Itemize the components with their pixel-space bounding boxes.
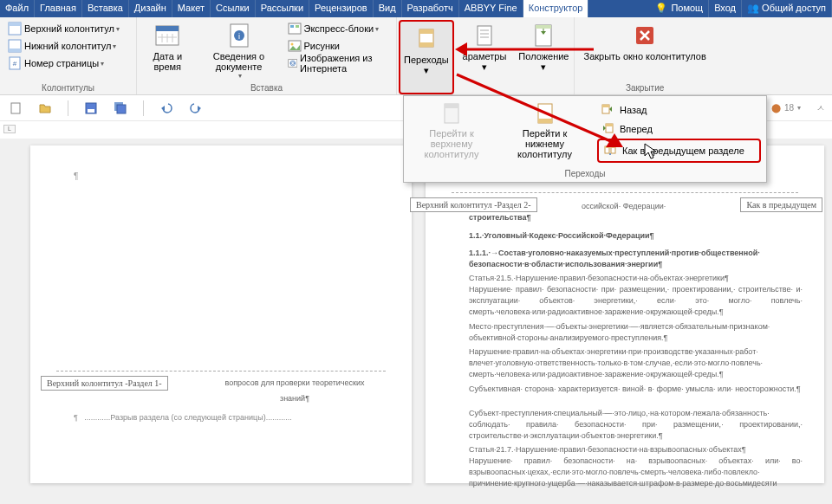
close-hf-label: Закрыть окно колонтитулов [583,51,705,61]
hf-boundary-1 [56,371,386,372]
page2-p1: 1.1.1.·→Состав·уголовно·наказуемых·прест… [469,248,803,270]
svg-rect-7 [156,26,179,31]
page2-p8: Статья·21.7.·Нарушение·правил·безопаснос… [469,444,803,456]
same-as-previous-button[interactable]: Как в предыдущем разделе [597,139,761,163]
page-2: ¶ Верхний колонтитул -Раздел 2- Как в пр… [426,145,824,483]
svg-rect-24 [419,42,433,47]
transitions-label: Переходы▾ [404,55,449,75]
goto-header-label: Перейти к верхнему колонтитулу [407,128,496,159]
collapse-ribbon-icon[interactable]: ㅅ [816,102,825,114]
footer-button[interactable]: Нижний колонтитул [5,37,131,55]
tab-references[interactable]: Ссылки [211,0,256,17]
page2-p9: Нарушение· правил· безопасности· на· взр… [469,456,803,489]
back-icon [601,103,614,117]
lightbulb-icon: 💡 [655,3,667,13]
group-label-insert: Вставка [142,81,391,94]
qat-sep2 [143,100,144,116]
page2-p7: Субъект·преступления·специальный·—·это·л… [469,408,803,442]
parameters-button[interactable]: араметры▾ [459,20,510,94]
svg-rect-34 [11,103,20,113]
position-button[interactable]: Положение▾ [515,20,572,94]
pictures-button[interactable]: Рисунки [285,37,392,55]
svg-rect-17 [296,25,299,28]
tab-review[interactable]: Рецензиров [309,0,374,17]
tab-insert[interactable]: Вставка [82,0,129,17]
tab-abbyy[interactable]: ABBYY Fine [459,0,523,17]
svg-text:#: # [13,60,17,68]
hf-label-section1: Верхний колонтитул -Раздел 1- [41,376,168,391]
qat-new-icon[interactable] [9,101,23,115]
svg-rect-3 [9,48,21,52]
svg-rect-46 [538,119,552,123]
transitions-icon [413,25,440,53]
page1-text1: вопросов для проверки теоретических [195,378,394,389]
tab-help[interactable]: 💡Помощ [650,0,709,17]
goto-footer-button[interactable]: Перейти к нижнему колонтитулу [499,96,590,166]
svg-rect-16 [290,25,294,28]
pilcrow-icon: ¶ [74,171,78,181]
qat-sep [68,100,68,116]
nav-back-label: Назад [620,105,647,115]
goto-header-button: Перейти к верхнему колонтитулу [404,96,499,166]
dropdown-footer-label: Переходы [404,166,766,182]
goto-footer-icon [533,101,557,126]
same-as-previous-label: Как в предыдущем разделе [622,145,744,156]
svg-point-19 [290,43,293,46]
footer-label: Нижний колонтитул [24,41,111,51]
document-info-icon: i [225,22,253,49]
document-area: ¶ Верхний колонтитул -Раздел 1- вопросов… [0,139,832,504]
forward-icon [601,122,614,136]
qat-redo-icon[interactable] [189,101,203,115]
page2-p5: Нарушение·правил·на·объектах·энергетики·… [469,346,803,380]
qat-open-icon[interactable] [38,101,52,115]
calendar-icon [153,22,181,49]
transitions-button[interactable]: Переходы▾ [399,20,454,94]
tab-file[interactable]: Файл [0,0,35,17]
quick-parts-button[interactable]: Экспресс-блоки [285,20,392,37]
tab-view[interactable]: Вид [374,0,402,17]
pictures-icon [288,39,302,53]
date-time-label: Дата и время [146,51,190,72]
tab-mailings[interactable]: Рассылки [256,0,309,17]
document-info-button[interactable]: i Сведения о документе [198,20,280,81]
page1-break: ¶ ............Разрыв раздела (со следующ… [74,412,394,423]
page-1: ¶ Верхний колонтитул -Раздел 1- вопросов… [30,145,412,483]
page-number-button[interactable]: # Номер страницы [5,55,131,72]
svg-rect-38 [117,105,126,113]
goto-footer-label: Перейти к нижнему колонтитулу [503,128,587,159]
tab-signin[interactable]: Вход [709,0,742,17]
tab-developer[interactable]: Разработч [402,0,459,17]
quick-parts-label: Экспресс-блоки [304,23,374,34]
page2-p6: Субъективная· сторона· характеризуется· … [469,384,803,395]
nav-forward-label: Вперед [620,124,653,134]
qat-saveall-icon[interactable] [114,101,127,115]
svg-rect-48 [602,105,609,107]
qat-save-icon[interactable] [84,101,98,115]
svg-rect-15 [289,23,301,34]
header-button[interactable]: Верхний колонтитул [5,20,131,37]
svg-rect-51 [606,124,613,126]
footer-icon [8,39,22,53]
group-label-hf: Колонтитулы [5,81,131,94]
tab-home[interactable]: Главная [35,0,82,17]
tab-share[interactable]: 👥 Общий доступ [742,0,832,17]
qat-undo-icon[interactable] [159,101,173,115]
position-label: Положение▾ [518,51,569,72]
close-hf-button[interactable]: Закрыть окно колонтитулов [580,20,709,81]
quick-parts-icon [288,22,302,36]
hf-label-section2: Верхний колонтитул -Раздел 2- [410,197,537,212]
svg-rect-30 [536,25,551,29]
tab-layout[interactable]: Макет [172,0,211,17]
pictures-label: Рисунки [304,41,341,51]
online-pictures-button[interactable]: Изображения из Интернета [285,55,392,72]
nav-forward-button[interactable]: Вперед [597,120,761,139]
svg-rect-44 [445,104,458,108]
date-time-button[interactable]: Дата и время [142,20,193,81]
tab-design[interactable]: Дизайн [129,0,172,17]
nav-back-button[interactable]: Назад [597,100,761,120]
page2-p2: Статья·21.5.·Нарушение·правил·безопаснос… [469,273,803,284]
svg-rect-36 [88,109,94,113]
tab-designer[interactable]: Конструктор [523,0,589,17]
svg-rect-25 [478,26,491,45]
parameters-label: араметры▾ [463,51,507,72]
